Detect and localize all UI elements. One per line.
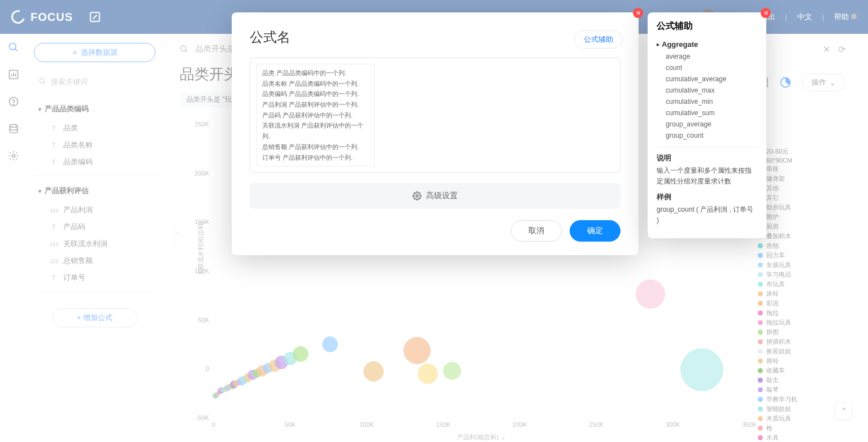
gear-icon	[413, 191, 422, 200]
confirm-button[interactable]: 确定	[570, 220, 620, 242]
hint-item[interactable]: 产品利润 产品获利评估中的一个列.	[262, 99, 368, 110]
advanced-settings-button[interactable]: 高级设置	[250, 183, 620, 209]
adv-settings-label: 高级设置	[426, 191, 458, 201]
formula-helper-panel: ✕ 公式辅助 Aggregate averagecountcumulative_…	[648, 12, 766, 238]
function-item[interactable]: count	[657, 62, 757, 73]
svg-point-17	[416, 195, 418, 197]
hint-item[interactable]: 品类名称 产品品类编码中的一个列.	[262, 78, 368, 89]
function-item[interactable]: cumulative_min	[657, 96, 757, 107]
autocomplete-hints[interactable]: 品类 产品品类编码中的一个列.品类名称 产品品类编码中的一个列.品类编码 产品品…	[256, 64, 375, 167]
function-item[interactable]: cumulative_sum	[657, 107, 757, 119]
function-item[interactable]: cumulative_max	[657, 85, 757, 96]
desc-heading: 说明	[657, 153, 757, 163]
formula-helper-button[interactable]: 公式辅助	[574, 30, 623, 49]
hint-item[interactable]: 总销售额 产品获利评估中的一个列.	[262, 142, 368, 152]
function-item[interactable]: cumulative_average	[657, 73, 757, 85]
function-list[interactable]: Aggregate averagecountcumulative_average…	[657, 38, 757, 142]
function-item[interactable]: group_count	[657, 130, 757, 141]
hint-item[interactable]: 关联流水利润 产品获利评估中的一个列.	[262, 120, 368, 141]
function-category[interactable]: Aggregate	[657, 38, 757, 51]
function-description: 说明 输入一个度量和多个属性来按指定属性分组对度量求计数 样例 group_co…	[657, 147, 757, 230]
hint-item[interactable]: 订单号 产品获利评估中的一个列.	[262, 152, 368, 163]
function-item[interactable]: average	[657, 51, 757, 62]
formula-editor[interactable]: 品类 产品品类编码中的一个列.品类名称 产品品类编码中的一个列.品类编码 产品品…	[250, 58, 620, 173]
hint-item[interactable]: 品类编码 产品品类编码中的一个列.	[262, 89, 368, 99]
function-item[interactable]: group_max	[657, 141, 757, 142]
cancel-button[interactable]: 取消	[511, 220, 562, 242]
hint-item[interactable]: 品类 产品品类编码中的一个列.	[262, 68, 368, 78]
helper-title: 公式辅助	[657, 20, 757, 32]
close-icon[interactable]: ✕	[761, 8, 771, 18]
modal-title: 公式名	[250, 28, 620, 46]
close-icon[interactable]: ✕	[633, 8, 643, 18]
desc-text: 输入一个度量和多个属性来按指定属性分组对度量求计数	[657, 165, 757, 187]
function-item[interactable]: group_average	[657, 119, 757, 130]
example-text: group_count ( 产品利润 , 订单号 )	[657, 204, 757, 226]
hint-item[interactable]: 产品码 产品获利评估中的一个列.	[262, 110, 368, 121]
formula-modal: ✕ 公式名 公式辅助 品类 产品品类编码中的一个列.品类名称 产品品类编码中的一…	[232, 12, 639, 255]
modal-actions: 取消 确定	[250, 220, 620, 242]
example-heading: 样例	[657, 192, 757, 202]
